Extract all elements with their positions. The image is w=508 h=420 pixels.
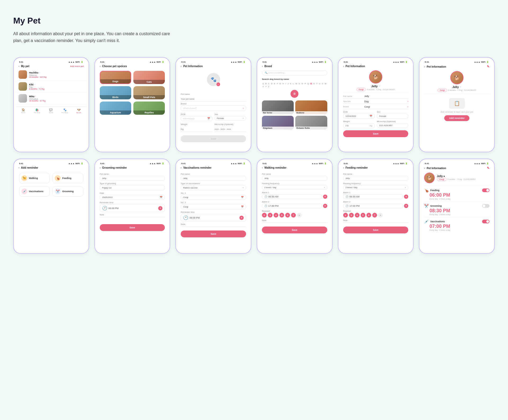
breed-ridgeback[interactable]: Ridgeback [262,116,294,130]
day-sb[interactable]: S [378,213,383,218]
sex-select[interactable]: Female ▾ [215,116,246,121]
reminder-walking[interactable]: 🦮 Walking [19,173,50,183]
back-arrow[interactable]: ‹ [19,65,19,68]
day-6b[interactable]: 6 [366,213,371,218]
groom-time-add[interactable]: + [158,206,162,210]
bnav-petshop[interactable]: 🛍️Pet Shop [34,108,40,113]
edit-button-6[interactable]: ✎ [487,65,489,68]
groom-time-row[interactable]: 🕐 06:00 PM + [100,204,165,212]
day-4b[interactable]: 4 [355,213,360,218]
breed-redbone[interactable]: Redbone [295,100,327,114]
day-6[interactable]: 6 [285,213,290,218]
reminder-feeding[interactable]: 🍗 Feeding [52,173,83,183]
pet-item-kiki[interactable]: Kiki ♂ Pug 8 months · 7.3 Kg [16,81,87,93]
alarm2-row-10[interactable]: 🕐 17:30 PM + [262,204,327,208]
day-3[interactable]: 3 [268,213,273,218]
day-3b[interactable]: 3 [349,213,354,218]
vac-time-row[interactable]: 🕐 06:00 PM + [181,214,246,221]
back-arrow-12[interactable]: ‹ [424,167,425,170]
add-more-pet-button[interactable]: Add more pet [70,65,84,67]
bnav-petshop2[interactable]: 🐾Pet Shop [61,108,68,113]
species-birds[interactable]: Birds [100,86,131,99]
back-arrow-10[interactable]: ‹ [262,166,263,169]
vac-type-input[interactable]: Rabies vaccine ▾ [181,185,246,190]
walk-pet-name-input[interactable]: Jelly [262,176,327,181]
day-s[interactable]: S [297,213,302,218]
photo-add-button[interactable]: + [216,82,220,86]
back-arrow-9[interactable]: ‹ [181,166,182,169]
feed-pet-name-input[interactable]: Jelly [343,176,409,181]
pet-photo-upload[interactable]: 🐾 + [207,73,220,86]
microchip-input[interactable] [215,127,246,132]
alarm2-row-11[interactable]: 🕐 17:00 PM + [343,204,409,208]
alarm1-add-11[interactable]: + [404,195,408,199]
alarm1-row-11[interactable]: 🕐 06:00 AM + [343,194,409,199]
back-arrow-8[interactable]: ‹ [100,166,101,169]
save-button-5[interactable]: Save [343,130,409,137]
species-smallpets[interactable]: Small Pets [133,86,165,99]
feeding-toggle[interactable] [482,188,489,192]
walk-freq-input[interactable]: 2 times / day ▾ [262,185,327,190]
save-button-10[interactable]: Save [262,227,327,233]
day-7b[interactable]: 7 [372,213,377,218]
alarm2-box-11[interactable]: 🕐 17:00 PM [343,204,403,208]
breed-search-bar[interactable]: 🔍 Enter something... [262,70,327,75]
save-button-11[interactable]: Save [343,227,409,233]
vac-time-add[interactable]: + [239,216,244,220]
dob-value-5[interactable]: 12/04/2022 📅 [343,114,375,119]
day-7[interactable]: 7 [291,213,296,218]
edit-button-12[interactable]: ✎ [487,166,489,170]
alarm2-add-11[interactable]: + [404,204,408,208]
species-cats[interactable]: Cats [133,71,165,84]
species-aquarium[interactable]: Aquarium [100,101,131,115]
day-5[interactable]: 5 [279,213,284,218]
weight-value-5[interactable]: 7.5 Kg [343,123,375,128]
alarm2-add-10[interactable]: + [323,204,327,208]
dob-input[interactable]: dd/mm/yyyy 📅 [181,116,212,121]
back-arrow-6[interactable]: ‹ [424,65,425,68]
no1-input[interactable]: Corgi 📅 [181,195,246,200]
back-arrow-5[interactable]: ‹ [343,65,344,68]
bnav-mypet[interactable]: 🐶My pet [76,108,81,113]
vac-pet-name-input[interactable]: Jelly [181,176,246,181]
back-arrow-2[interactable]: ‹ [100,65,101,68]
reminder-vaccinations[interactable]: 💉 Vaccinations [19,186,50,197]
vac-toggle[interactable] [482,220,489,223]
day-2[interactable]: 2 [262,213,267,218]
breed-input[interactable]: What's breed? › [181,105,246,111]
save-button-9[interactable]: Save [181,230,246,237]
reminder-grooming[interactable]: ✂️ Grooming [52,186,83,197]
alarm1-box-11[interactable]: 🕐 06:00 AM [343,194,403,199]
day-4[interactable]: 4 [274,213,278,218]
save-button-3[interactable]: Save [181,135,246,142]
weight-input[interactable] [181,127,212,132]
alarm1-box-10[interactable]: 🕐 06:30 AM [262,194,322,199]
alarm1-add-10[interactable]: + [323,195,327,199]
back-arrow-11[interactable]: ‹ [343,166,344,169]
day-5b[interactable]: 5 [361,213,365,218]
back-arrow-7[interactable]: ‹ [19,166,19,169]
sex-value-5[interactable]: Female [377,114,408,119]
groom-pet-name-input[interactable]: Jelly [100,176,165,181]
back-arrow-3[interactable]: ‹ [181,65,182,68]
feed-freq-input[interactable]: 2 times / day ▾ [343,185,409,190]
save-button-8[interactable]: Save [100,224,165,231]
species-reptiles[interactable]: Reptiles [133,101,165,115]
alarm1-row-10[interactable]: 🕐 06:30 AM + [262,194,327,199]
no2-input[interactable]: Corgi 📅 [181,204,246,209]
species-dogs[interactable]: Dogs [100,71,131,84]
breed-rat-terrier[interactable]: Rat Terrier [262,100,294,114]
back-arrow-4[interactable]: ‹ [262,65,263,68]
alarm2-box-10[interactable]: 🕐 17:30 PM [262,204,322,208]
bnav-social[interactable]: 💬Social [49,108,53,113]
groom-type-input[interactable]: Puppy cut [100,185,165,190]
day-2b[interactable]: 2 [343,213,348,218]
microchip-value-5[interactable]: 2121 4128 0857 [377,123,408,128]
pet-item-mika[interactable]: Mika ♀ Chihuahua 16 months · 2.7 Kg [16,93,87,104]
groom-date-input[interactable]: 15/05/2022 📅 [100,195,165,200]
bnav-home[interactable]: 🏠Home [21,108,25,113]
breed-rottador[interactable]: Rottador Rottie [295,116,327,130]
pet-item-hachiko[interactable]: Hachiko ♂ Shiba inu 13 months · 12.5 Kg [16,69,87,81]
grooming-toggle[interactable] [482,204,489,208]
add-reminder-button[interactable]: Add reminder [444,115,469,121]
